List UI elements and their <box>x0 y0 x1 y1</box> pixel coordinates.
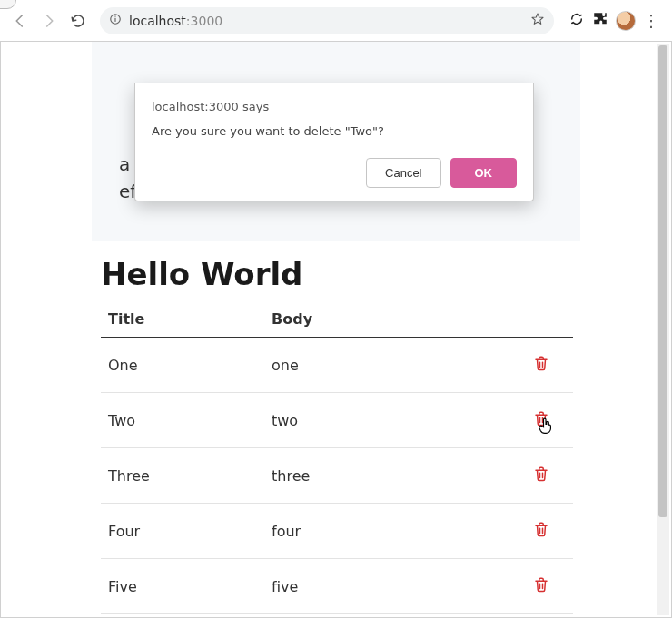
delete-button[interactable] <box>533 575 549 597</box>
dialog-origin: localhost:3000 says <box>152 100 517 113</box>
address-url: localhost:3000 <box>129 14 222 28</box>
dialog-message: Are you sure you want to delete "Two"? <box>152 124 517 138</box>
reload-icon <box>70 13 86 29</box>
delete-button[interactable] <box>533 354 549 376</box>
extensions-button[interactable] <box>592 11 608 31</box>
table-row: Fourfour <box>101 504 573 559</box>
table-row: Twotwo <box>101 393 573 448</box>
svg-rect-2 <box>114 16 115 17</box>
reload-button[interactable] <box>65 8 91 34</box>
col-actions <box>509 301 573 338</box>
arrow-right-icon <box>41 13 57 29</box>
trash-icon <box>533 520 549 538</box>
trash-icon <box>533 354 549 372</box>
star-icon <box>530 12 545 26</box>
table-row: Fivefive <box>101 559 573 614</box>
cell-body: two <box>264 393 509 448</box>
col-body: Body <box>264 301 509 338</box>
cell-body: three <box>264 448 509 504</box>
cell-title: One <box>101 338 264 393</box>
puzzle-icon <box>592 11 608 27</box>
ok-button[interactable]: OK <box>450 158 518 188</box>
chrome-menu-button[interactable]: ⋮ <box>643 11 659 30</box>
site-info-icon[interactable] <box>109 13 122 28</box>
table-row: Threethree <box>101 448 573 504</box>
back-button[interactable] <box>7 8 33 34</box>
browser-toolbar: localhost:3000 ⋮ <box>0 0 672 42</box>
table-row: Oneone <box>101 338 573 393</box>
cell-title: Five <box>101 559 264 614</box>
svg-rect-1 <box>114 18 115 22</box>
trash-icon <box>533 465 549 483</box>
cell-title: Three <box>101 448 264 504</box>
page-title: Hello World <box>101 256 653 292</box>
arrow-left-icon <box>12 13 28 29</box>
address-bar[interactable]: localhost:3000 <box>100 7 554 34</box>
trash-icon <box>533 575 549 593</box>
cell-title: Two <box>101 393 264 448</box>
url-host: localhost <box>129 14 186 28</box>
cell-body: one <box>264 338 509 393</box>
data-table: Title Body Oneone Twotwo Threethree Four… <box>101 301 573 614</box>
delete-button[interactable] <box>533 409 549 431</box>
viewport: a table row with a delete button and fad… <box>0 42 672 618</box>
bookmark-button[interactable] <box>530 12 545 29</box>
url-rest: :3000 <box>186 14 222 28</box>
sync-icon[interactable] <box>568 11 585 31</box>
delete-button[interactable] <box>533 520 549 542</box>
delete-button[interactable] <box>533 465 549 486</box>
cell-body: four <box>264 504 509 559</box>
cursor-pointer-icon <box>537 417 555 435</box>
confirm-dialog: localhost:3000 says Are you sure you wan… <box>134 83 534 201</box>
cell-title: Four <box>101 504 264 559</box>
profile-avatar[interactable] <box>616 11 636 31</box>
cell-body: five <box>264 559 509 614</box>
cancel-button[interactable]: Cancel <box>366 158 440 188</box>
forward-button[interactable] <box>36 8 62 34</box>
col-title: Title <box>101 301 264 338</box>
